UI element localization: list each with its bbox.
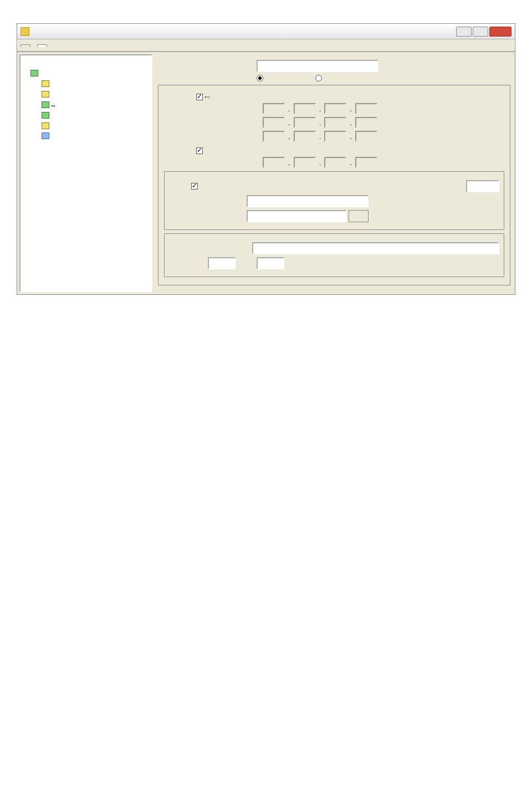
device-icon (42, 91, 49, 98)
mask-input[interactable]: ... (263, 117, 377, 128)
device-icon (42, 112, 49, 119)
checkbox-dhcp-dns[interactable] (196, 147, 203, 154)
tree-item[interactable] (23, 131, 149, 141)
tree-item-selected[interactable] (23, 99, 149, 110)
name-input[interactable] (257, 60, 378, 72)
radio-pietro[interactable] (315, 75, 322, 81)
dns-input[interactable]: . . . (263, 157, 377, 168)
tree-item[interactable] (23, 79, 149, 89)
ping-okres-input[interactable] (208, 257, 236, 269)
group-dloadx (164, 171, 504, 230)
ping-address-input[interactable] (252, 242, 499, 254)
ping-retry-input[interactable] (257, 257, 284, 269)
folder-icon (30, 70, 38, 76)
tree-root[interactable] (23, 58, 149, 68)
tree-item[interactable] (23, 89, 149, 100)
close-button[interactable] (489, 27, 511, 37)
settings-panel: ... ... ... (155, 52, 515, 294)
group-ethm: ... ... ... (158, 85, 510, 285)
device-tree[interactable] (19, 54, 152, 292)
ip-input[interactable]: ... (263, 103, 377, 114)
maximize-button[interactable] (473, 27, 488, 37)
device-icon (42, 80, 49, 87)
radio-parter[interactable] (257, 75, 263, 81)
dloadx-key-input[interactable] (247, 210, 346, 222)
device-icon (42, 132, 49, 139)
app-window: ... ... ... (17, 23, 515, 295)
tab-bar (17, 39, 515, 52)
titlebar (17, 24, 515, 39)
tab-sprzet[interactable] (37, 44, 47, 47)
gateway-input[interactable]: ... (263, 131, 377, 142)
group-testping (164, 233, 504, 277)
tab-system[interactable] (21, 44, 30, 47)
checkbox-dloadx-conn[interactable] (191, 183, 198, 190)
label-dhcp-ip (205, 96, 209, 98)
tree-expanders[interactable] (23, 68, 149, 79)
tree-item[interactable] (23, 120, 149, 131)
tree-item[interactable] (23, 110, 149, 120)
device-icon (42, 101, 49, 108)
app-icon (21, 27, 29, 36)
minimize-button[interactable] (456, 27, 472, 37)
device-icon (42, 122, 49, 129)
checkbox-dhcp-ip[interactable] (196, 94, 203, 100)
port-input[interactable] (466, 180, 499, 192)
dloadx-server-input[interactable] (247, 195, 369, 207)
show-password-button[interactable] (349, 210, 369, 222)
